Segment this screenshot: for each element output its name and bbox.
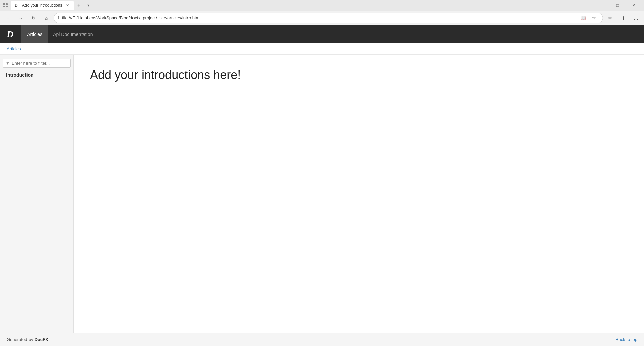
security-icon: ℹ: [58, 16, 59, 20]
back-button[interactable]: ←: [3, 13, 13, 23]
svg-rect-1: [6, 3, 8, 5]
home-button[interactable]: ⌂: [41, 13, 52, 23]
window-icon: [3, 3, 8, 8]
minimize-button[interactable]: —: [594, 0, 609, 11]
nav-articles[interactable]: Articles: [21, 25, 48, 43]
tab-close-button[interactable]: ✕: [65, 3, 70, 8]
docfx-navbar: D Articles Api Documentation: [0, 25, 644, 43]
title-bar: D Add your introductions ✕ + ▾ — □ ✕: [0, 0, 644, 11]
filter-icon: ▼: [6, 61, 10, 66]
favorites-button[interactable]: ☆: [589, 13, 599, 23]
svg-rect-0: [3, 3, 5, 5]
make-note-button[interactable]: ✏: [605, 13, 616, 23]
new-tab-button[interactable]: +: [74, 1, 84, 10]
active-tab[interactable]: D Add your introductions ✕: [11, 1, 74, 10]
address-bar-row: ← → ↻ ⌂ ℹ file:///E:/HoloLensWorkSpace/B…: [0, 11, 644, 25]
address-bar-actions: 📖 ☆: [579, 13, 599, 23]
forward-button[interactable]: →: [15, 13, 26, 23]
title-bar-left: [3, 3, 8, 8]
url-text: file:///E:/HoloLensWorkSpace/Blog/docfx_…: [62, 15, 576, 20]
tab-title: Add your introductions: [22, 3, 62, 8]
window-controls: — □ ✕: [594, 0, 641, 11]
article-content: Add your introductions here!: [74, 55, 644, 333]
breadcrumb-bar: Articles: [0, 43, 644, 55]
refresh-button[interactable]: ↻: [28, 13, 39, 23]
main-layout: ▼ Introduction Add your introductions he…: [0, 55, 644, 333]
nav-api-documentation[interactable]: Api Documentation: [48, 25, 98, 43]
article-heading: Add your introductions here!: [90, 68, 628, 82]
address-bar[interactable]: ℹ file:///E:/HoloLensWorkSpace/Blog/docf…: [54, 13, 603, 23]
page-footer: Generated by DocFX Back to top: [0, 333, 644, 346]
close-button[interactable]: ✕: [626, 0, 641, 11]
more-button[interactable]: …: [631, 13, 641, 23]
page-content: D Articles Api Documentation Articles ▼ …: [0, 25, 644, 346]
docfx-logo: D: [7, 29, 13, 40]
filter-box[interactable]: ▼: [3, 59, 71, 68]
sidebar-item-introduction[interactable]: Introduction: [3, 70, 71, 80]
tab-favicon: D: [15, 3, 19, 8]
share-button[interactable]: ⬆: [618, 13, 629, 23]
svg-rect-2: [3, 6, 5, 7]
tab-bar: D Add your introductions ✕ + ▾: [11, 0, 591, 11]
back-to-top-link[interactable]: Back to top: [615, 337, 637, 342]
footer-generated-text: Generated by DocFX: [7, 337, 48, 342]
reading-view-button[interactable]: 📖: [579, 13, 588, 23]
maximize-button[interactable]: □: [610, 0, 625, 11]
breadcrumb-articles[interactable]: Articles: [7, 46, 21, 51]
tab-dropdown-button[interactable]: ▾: [84, 1, 93, 10]
sidebar: ▼ Introduction: [0, 55, 74, 333]
browser-window: D Add your introductions ✕ + ▾ — □ ✕ ← →…: [0, 0, 644, 346]
filter-input[interactable]: [12, 61, 68, 66]
svg-rect-3: [6, 6, 8, 7]
